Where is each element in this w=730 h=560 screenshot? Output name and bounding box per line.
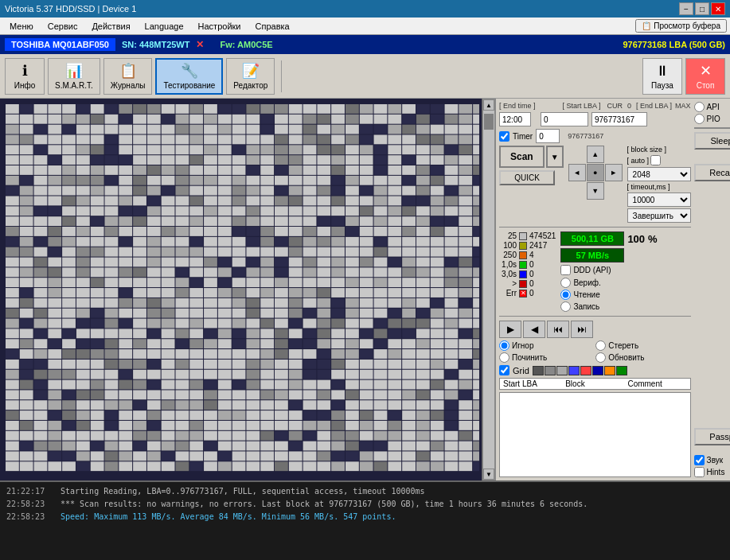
divider-1 (499, 227, 691, 228)
count-3s: 0 (529, 270, 534, 278)
info-label: Инфо (14, 81, 36, 90)
finish-select[interactable]: Завершить (627, 208, 691, 223)
menu-settings[interactable]: Настройки (192, 20, 248, 33)
read-option[interactable]: Чтение (560, 290, 657, 300)
menu-bar: Меню Сервис Действия Language Настройки … (0, 18, 730, 35)
scan-scrollbar[interactable]: ▲ ▼ (482, 99, 495, 480)
stop-icon: ✕ (700, 62, 712, 80)
stat-100: 100 2417 (499, 241, 556, 250)
dir-center-button[interactable]: ● (587, 164, 604, 181)
start-lba-label: [ Start LBA ] (563, 102, 601, 110)
write-option[interactable]: Запись (560, 301, 657, 312)
journals-button[interactable]: 📋 Журналы (103, 58, 153, 95)
col-start-lba: Start LBA (503, 379, 562, 388)
playback-controls: ▶ ◀ ⏮ ⏭ (499, 321, 691, 338)
dot-1s (519, 261, 527, 269)
recall-button[interactable]: Recall (694, 164, 730, 181)
title-bar: Victoria 5.37 HDD/SSD | Device 1 − □ ✕ (0, 0, 730, 18)
dot-100 (519, 242, 527, 250)
drive-name[interactable]: TOSHIBA MQ01ABF050 (5, 38, 115, 51)
error-actions: Игнор Стереть Починить Обновить (499, 340, 691, 363)
passp-button[interactable]: Passp (694, 428, 730, 445)
time-input[interactable] (499, 112, 531, 126)
menu-menu[interactable]: Меню (3, 20, 40, 33)
stop-button[interactable]: ✕ Стоп (685, 58, 725, 95)
sleep-button[interactable]: Sleep (694, 132, 730, 150)
grid-checkbox[interactable] (499, 365, 509, 375)
log-msg-3: Speed: Maximum 113 MB/s. Average 84 MB/s… (61, 511, 396, 523)
minimize-button[interactable]: − (679, 2, 693, 15)
log-entry-1: 21:22:17 Starting Reading, LBA=0..976773… (6, 485, 724, 498)
stat-1s: 1,0s 0 (499, 260, 556, 269)
play-button[interactable]: ▶ (499, 321, 521, 338)
stat-err: Err ✕ 0 (499, 289, 556, 298)
pause-button[interactable]: ⏸ Пауза (642, 58, 682, 95)
menu-items: Меню Сервис Действия Language Настройки … (3, 20, 296, 33)
start-lba-input[interactable] (541, 112, 588, 126)
menu-actions[interactable]: Действия (85, 20, 136, 33)
log-entry-2: 22:58:23 *** Scan results: no warnings, … (6, 498, 724, 511)
scan-dropdown-button[interactable]: ▼ (546, 146, 564, 168)
drive-close-icon[interactable]: ✕ (196, 39, 204, 50)
fix-option[interactable]: Починить (499, 352, 594, 363)
dir-left-button[interactable]: ◄ (568, 164, 586, 181)
smart-label: S.M.A.R.T. (55, 81, 93, 90)
editor-button[interactable]: 📝 Редактор (226, 58, 275, 95)
timer-input[interactable] (536, 129, 560, 143)
scan-button[interactable]: Scan (499, 146, 545, 168)
ddd-checkbox[interactable] (560, 265, 571, 275)
stat-3s: 3,0s 0 (499, 270, 556, 278)
grid-label: Grid (513, 366, 529, 375)
scroll-up-arrow[interactable]: ▲ (483, 99, 494, 111)
log-time-1: 21:22:17 (6, 485, 54, 498)
menu-language[interactable]: Language (139, 20, 190, 33)
menu-help[interactable]: Справка (249, 20, 296, 33)
stats-section: 25 474521 100 2417 250 4 (499, 231, 691, 312)
timeout-select[interactable]: 10000 (627, 192, 691, 207)
side-divider-1 (694, 127, 730, 129)
hints-option[interactable]: Hints (694, 467, 730, 477)
ddd-label: DDD (API) (573, 266, 611, 274)
dir-right-button[interactable]: ► (605, 164, 623, 181)
scan-button-group: Scan ▼ (499, 146, 564, 168)
scan-canvas (2, 101, 479, 478)
smart-button[interactable]: 📊 S.M.A.R.T. (48, 58, 100, 95)
quick-button[interactable]: QUICK (499, 170, 555, 185)
scroll-down-arrow[interactable]: ▼ (483, 469, 494, 480)
disk-size-display: 500,11 GB (560, 231, 624, 246)
ignore-option[interactable]: Игнор (499, 340, 594, 351)
speed-value: 57 MB/s (576, 251, 610, 260)
hints-checkbox[interactable] (694, 467, 705, 477)
count-1s: 0 (529, 260, 534, 269)
grid-color-5 (580, 366, 591, 375)
pct-sign: % (648, 233, 658, 245)
grid-color-4 (568, 366, 580, 375)
dir-down-button[interactable]: ▼ (587, 182, 604, 200)
pio-option[interactable]: PIO (694, 114, 730, 124)
lba-info: 976773168 LBA (500 GB) (623, 40, 725, 49)
info-button[interactable]: ℹ Инфо (5, 58, 45, 95)
block-size-select[interactable]: 2048 (627, 167, 691, 181)
update-option[interactable]: Обновить (595, 352, 690, 363)
buffer-view-button[interactable]: 📋 Просмотр буфера (635, 19, 727, 33)
sound-option[interactable]: Звук (694, 455, 730, 465)
erase-option[interactable]: Стереть (595, 340, 690, 351)
stat-gt: > 0 (499, 279, 556, 288)
sound-checkbox[interactable] (694, 455, 705, 465)
auto-checkbox[interactable] (650, 155, 661, 165)
rewind-button[interactable]: ◀ (523, 321, 545, 338)
toolbar-separator (281, 60, 282, 92)
step-fwd-button[interactable]: ⏭ (571, 321, 593, 338)
menu-service[interactable]: Сервис (41, 20, 84, 33)
end-lba-input[interactable] (591, 112, 647, 126)
api-option[interactable]: API (694, 102, 730, 112)
test-button[interactable]: 🔧 Тестирование (155, 58, 223, 95)
verify-option[interactable]: Вериф. (560, 278, 657, 288)
side-action-panel: API PIO Sleep Recall Passp Звук (694, 102, 730, 477)
scroll-thumb[interactable] (484, 114, 494, 130)
timer-checkbox[interactable] (499, 131, 509, 142)
step-back-button[interactable]: ⏮ (547, 321, 569, 338)
dir-up-button[interactable]: ▲ (587, 146, 604, 163)
close-button[interactable]: ✕ (711, 2, 725, 15)
maximize-button[interactable]: □ (695, 2, 709, 15)
